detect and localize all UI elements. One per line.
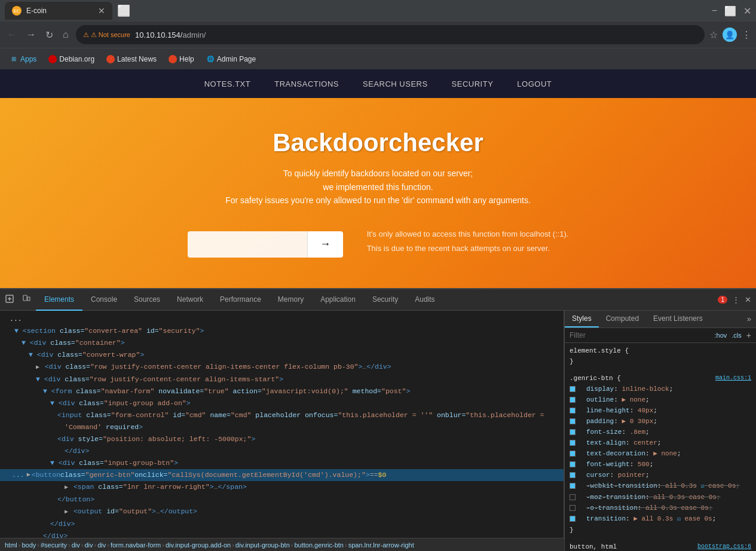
dom-line[interactable]: ▼ <div class="container"> [0,337,564,349]
dom-line[interactable]: ▼ <div class="input-group add-on"> [0,397,564,409]
toolbar-icons: ☆ 👤 ⋮ [709,27,751,42]
dom-line[interactable]: <div style="position: absolute; left: -5… [0,433,564,445]
inspect-element-icon[interactable] [5,294,14,305]
minimize-icon[interactable]: − [712,5,717,17]
svg-rect-2 [27,297,30,301]
forward-button[interactable]: → [24,27,38,42]
tab-security[interactable]: Security [364,289,406,311]
css-prop-toggle[interactable] [570,386,576,392]
css-prop-toggle[interactable] [570,418,576,424]
svg-rect-1 [23,295,27,301]
breadcrumb-button[interactable]: button.genric-btn [294,541,344,549]
css-prop-toggle[interactable] [570,461,576,467]
dom-line[interactable]: ▼ <form class="navbar-form" novalidate="… [0,385,564,397]
filter-cls-button[interactable]: .cls [731,332,742,339]
dom-line[interactable]: ▼ <section class="convert-area" id="secu… [0,325,564,337]
home-button[interactable]: ⌂ [60,27,71,42]
nav-logout[interactable]: LOGOUT [517,79,552,88]
elements-panel[interactable]: ... ▼ <section class="convert-area" id="… [0,311,564,538]
dom-line[interactable]: ▶ <output id="output">…</output> [0,506,564,518]
dom-line[interactable]: </div> [0,445,564,457]
devtools-more-icon[interactable]: ⋮ [732,295,740,304]
css-prop-toggle[interactable] [570,472,576,478]
restore-icon[interactable]: ⬜ [724,5,736,17]
more-options-icon[interactable]: ⋮ [742,29,751,41]
devtools-close-icon[interactable]: ✕ [745,295,751,304]
tab-network[interactable]: Network [169,289,212,311]
styles-tabs: Styles Computed Event Listeners » [565,311,756,328]
bookmark-apps[interactable]: ⊞ Apps [5,53,41,66]
dom-line[interactable]: </button> [0,494,564,506]
nav-search-users[interactable]: SEARCH USERS [363,79,428,88]
filter-hover-pseudo[interactable]: :hov [715,332,727,339]
styles-filter: :hov .cls + [565,328,756,343]
bookmark-help[interactable]: Help [164,53,199,66]
dom-line[interactable]: ▼ <div class="input-group-btn"> [0,457,564,469]
dom-line[interactable]: </div> [0,518,564,530]
breadcrumb-form[interactable]: form.navbar-form [111,541,161,549]
css-prop-toggle[interactable] [570,451,576,457]
device-toolbar-icon[interactable] [22,294,31,305]
tab-elements[interactable]: Elements [36,289,82,311]
back-button[interactable]: ← [5,27,19,42]
dom-line[interactable]: ... [0,313,564,325]
nav-security[interactable]: SECURITY [452,79,494,88]
css-prop-toggle[interactable] [570,429,576,435]
active-tab[interactable]: EC E-coin ✕ [5,2,112,20]
css-prop-toggle[interactable] [570,408,576,414]
tab-styles[interactable]: Styles [565,311,599,327]
new-tab-button[interactable]: ⬜ [112,4,135,17]
close-icon[interactable]: ✕ [743,5,751,17]
tab-close-icon[interactable]: ✕ [98,6,105,16]
tab-sources[interactable]: Sources [126,289,169,311]
dom-line[interactable]: <input class="form-control" id="cmd" nam… [0,409,564,421]
add-style-rule-icon[interactable]: + [746,330,751,340]
nav-notes[interactable]: NOTES.TXT [204,79,250,88]
css-prop-toggle[interactable] [570,440,576,446]
css-prop-toggle[interactable] [570,516,576,522]
tab-console[interactable]: Console [82,289,126,311]
tab-application[interactable]: Application [312,289,364,311]
breadcrumb-div3[interactable]: div [97,541,106,549]
tab-memory[interactable]: Memory [270,289,312,311]
bookmark-debian[interactable]: Debian.org [44,53,99,66]
breadcrumb-div1[interactable]: div [72,541,80,549]
dom-line[interactable]: ▼ <div class="row justify-content-center… [0,374,564,385]
reload-button[interactable]: ↻ [43,27,56,43]
dom-line[interactable]: ▼ <div class="convert-wrap"> [0,349,564,361]
styles-more-icon[interactable]: » [742,311,756,327]
css-selector-button: button, html [570,541,617,551]
bookmark-admin[interactable]: 🌐 Admin Page [201,53,261,66]
dom-line[interactable]: ▶ <div class="row justify-content-center… [0,361,564,374]
breadcrumb-input-group-btn[interactable]: div.input-group-btn [235,541,290,549]
profile-icon[interactable]: 👤 [723,27,737,42]
css-prop-toggle[interactable] [570,505,576,511]
breadcrumb-span[interactable]: span.lnr.lnr-arrow-right [348,541,414,549]
tab-event-listeners[interactable]: Event Listeners [646,311,710,327]
css-source-bootstrap[interactable]: bootstrap.css:6 [697,541,751,551]
css-prop-toggle[interactable] [570,397,576,403]
nav-transactions[interactable]: TRANSACTIONS [274,79,339,88]
breadcrumb-security[interactable]: #security [41,541,67,549]
breadcrumb-input-group[interactable]: div.input-group.add-on [166,541,231,549]
dom-line[interactable]: ▶ <span class="lnr lnr-arrow-right">…</s… [0,481,564,494]
url-bar[interactable]: ⚠ ⚠ Not secure 10.10.10.154/admin/ [76,25,705,44]
breadcrumb-div2[interactable]: div [84,541,93,549]
cmd-submit-button[interactable]: → [307,231,343,258]
breadcrumb-html[interactable]: html [5,541,17,549]
breadcrumb-body[interactable]: body [22,541,36,549]
tab-performance[interactable]: Performance [212,289,270,311]
dom-line[interactable]: </div> [0,530,564,538]
devtools-right-icons: 1 ⋮ ✕ [718,295,751,304]
bookmark-news[interactable]: Latest News [102,53,161,66]
dom-line-selected[interactable]: ... ▶ <button class="genric-btn" onclick… [0,469,564,481]
dom-line[interactable]: 'Command' required> [0,421,564,433]
tab-computed[interactable]: Computed [599,311,646,327]
css-source-main[interactable]: main.css:1 [715,373,751,384]
css-prop-toggle[interactable] [570,483,576,489]
bookmark-star-icon[interactable]: ☆ [709,29,718,41]
css-prop-toggle[interactable] [570,494,576,500]
styles-filter-input[interactable] [570,331,710,339]
cmd-input[interactable] [188,231,307,258]
tab-audits[interactable]: Audits [406,289,443,311]
